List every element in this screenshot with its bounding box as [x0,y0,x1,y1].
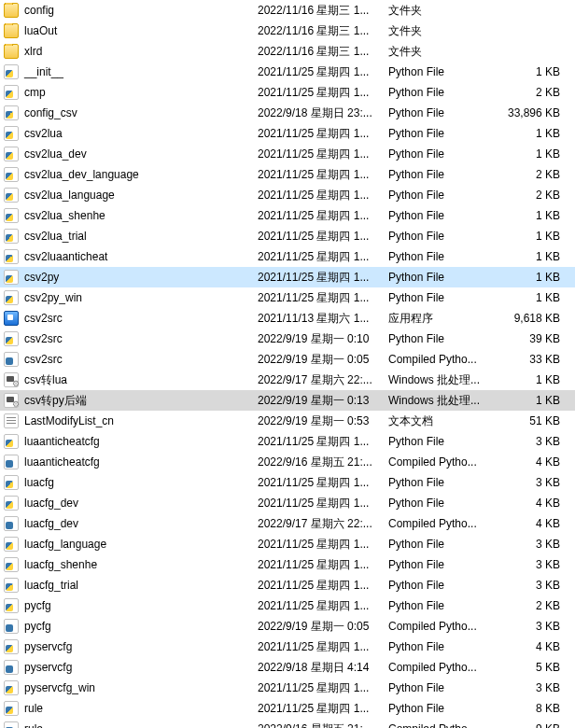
file-row[interactable]: luaOut2022/11/16 星期三 1...文件夹 [0,21,575,41]
file-row[interactable]: rule2022/9/16 星期五 21:...Compiled Pytho..… [0,719,575,728]
file-row[interactable]: csv2src2022/9/19 星期一 0:10Python File39 K… [0,329,575,349]
file-name-label: luacfg_dev [24,517,78,530]
file-name-cell[interactable]: csv2lua [4,126,258,141]
py-icon [4,680,19,695]
file-row[interactable]: csv2src2021/11/13 星期六 1...应用程序9,618 KB [0,308,575,329]
file-row[interactable]: csv2src2022/9/19 星期一 0:05Compiled Pytho.… [0,349,575,370]
file-row[interactable]: cmp2021/11/25 星期四 1...Python File2 KB [0,82,575,103]
file-name-cell[interactable]: pycfg [4,619,258,634]
file-name-cell[interactable]: csv2lua_trial [4,229,258,244]
file-row[interactable]: pycfg2021/11/25 星期四 1...Python File2 KB [0,595,575,616]
file-date-cell: 2022/11/16 星期三 1... [258,3,388,19]
file-type-cell: Python File [388,640,500,653]
file-name-cell[interactable]: csv2src [4,352,258,367]
file-name-cell[interactable]: csv转py后端 [4,393,258,409]
file-name-label: pycfg [24,599,51,612]
file-row[interactable]: csv2lua_shenhe2021/11/25 星期四 1...Python … [0,205,575,226]
file-name-cell[interactable]: csv2luaanticheat [4,249,258,264]
file-type-cell: Python File [388,65,500,78]
file-name-cell[interactable]: config_csv [4,105,258,120]
file-name-cell[interactable]: luacfg_trial [4,578,258,593]
file-date-cell: 2022/9/18 星期日 4:14 [258,660,388,676]
file-size-cell: 9 KB [500,722,566,728]
file-row[interactable]: luaanticheatcfg2021/11/25 星期四 1...Python… [0,431,575,452]
file-name-cell[interactable]: luaanticheatcfg [4,434,258,449]
file-name-cell[interactable]: pycfg [4,598,258,613]
file-row[interactable]: pyservcfg2022/9/18 星期日 4:14Compiled Pyth… [0,657,575,678]
file-name-cell[interactable]: luacfg_language [4,537,258,552]
file-row[interactable]: csv2py2021/11/25 星期四 1...Python File1 KB [0,267,575,287]
file-row[interactable]: config2022/11/16 星期三 1...文件夹 [0,0,575,21]
file-name-cell[interactable]: luacfg [4,475,258,490]
file-name-cell[interactable]: luaOut [4,23,258,38]
file-row[interactable]: csv2lua_language2021/11/25 星期四 1...Pytho… [0,185,575,205]
file-name-cell[interactable]: pyservcfg_win [4,680,258,695]
file-name-cell[interactable]: rule [4,721,258,728]
file-row[interactable]: csv2lua_trial2021/11/25 星期四 1...Python F… [0,226,575,246]
file-row[interactable]: pyservcfg_win2021/11/25 星期四 1...Python F… [0,678,575,698]
file-row[interactable]: luacfg_shenhe2021/11/25 星期四 1...Python F… [0,554,575,575]
file-row[interactable]: pycfg2022/9/19 星期一 0:05Compiled Pytho...… [0,616,575,637]
file-size-cell: 5 KB [500,661,566,674]
file-row[interactable]: csv2luaanticheat2021/11/25 星期四 1...Pytho… [0,246,575,267]
file-name-cell[interactable]: luacfg_shenhe [4,557,258,572]
file-row[interactable]: xlrd2022/11/16 星期三 1...文件夹 [0,41,575,62]
file-name-cell[interactable]: config [4,3,258,18]
file-type-cell: Python File [388,599,500,612]
file-row[interactable]: csv2lua_dev2021/11/25 星期四 1...Python Fil… [0,144,575,164]
file-date-cell: 2022/9/19 星期一 0:10 [258,331,388,347]
py-icon [4,270,19,285]
file-row[interactable]: luacfg_trial2021/11/25 星期四 1...Python Fi… [0,575,575,595]
file-row[interactable]: __init__2021/11/25 星期四 1...Python File1 … [0,62,575,82]
file-row[interactable]: luacfg_dev2021/11/25 星期四 1...Python File… [0,493,575,513]
file-size-cell: 2 KB [500,599,566,612]
file-date-cell: 2021/11/25 星期四 1... [258,701,388,717]
bat-icon [4,393,19,408]
py-icon [4,598,19,613]
file-name-cell[interactable]: luaanticheatcfg [4,455,258,469]
file-row[interactable]: config_csv2022/9/18 星期日 23:...Python Fil… [0,103,575,123]
file-row[interactable]: luacfg_dev2022/9/17 星期六 22:...Compiled P… [0,513,575,534]
file-type-cell: Python File [388,86,500,99]
file-size-cell: 1 KB [500,373,566,386]
file-name-cell[interactable]: luacfg_dev [4,516,258,531]
file-name-cell[interactable]: csv2src [4,311,258,326]
file-row[interactable]: csv2py_win2021/11/25 星期四 1...Python File… [0,287,575,308]
file-name-cell[interactable]: csv2lua_dev_language [4,167,258,182]
file-type-cell: Compiled Pytho... [388,722,500,728]
file-date-cell: 2021/11/25 星期四 1... [258,578,388,594]
py-icon [4,578,19,593]
file-name-cell[interactable]: csv2src [4,331,258,346]
file-name-cell[interactable]: csv2py [4,270,258,285]
file-name-cell[interactable]: csv2lua_dev [4,147,258,161]
file-name-cell[interactable]: csv2py_win [4,290,258,305]
file-list: config2022/11/16 星期三 1...文件夹luaOut2022/1… [0,0,575,728]
file-row[interactable]: rule2021/11/25 星期四 1...Python File8 KB [0,698,575,719]
file-name-cell[interactable]: luacfg_dev [4,496,258,511]
py-icon [4,229,19,244]
file-name-cell[interactable]: csv2lua_shenhe [4,208,258,223]
file-date-cell: 2021/11/25 星期四 1... [258,537,388,553]
file-row[interactable]: csv转lua2022/9/17 星期六 22:...Windows 批处理..… [0,370,575,390]
file-name-cell[interactable]: LastModifyList_cn [4,413,258,428]
file-name-cell[interactable]: pyservcfg [4,660,258,675]
file-name-cell[interactable]: cmp [4,85,258,100]
file-row[interactable]: luaanticheatcfg2022/9/16 星期五 21:...Compi… [0,452,575,472]
file-name-cell[interactable]: __init__ [4,64,258,79]
file-row[interactable]: csv2lua_dev_language2021/11/25 星期四 1...P… [0,164,575,185]
file-row[interactable]: csv2lua2021/11/25 星期四 1...Python File1 K… [0,123,575,144]
file-row[interactable]: luacfg_language2021/11/25 星期四 1...Python… [0,534,575,554]
file-name-cell[interactable]: csv转lua [4,372,258,388]
file-row[interactable]: pyservcfg2021/11/25 星期四 1...Python File4… [0,637,575,657]
file-row[interactable]: LastModifyList_cn2022/9/19 星期一 0:53文本文档5… [0,411,575,431]
file-name-cell[interactable]: rule [4,701,258,716]
file-row[interactable]: luacfg2021/11/25 星期四 1...Python File3 KB [0,472,575,493]
file-type-cell: Python File [388,209,500,222]
file-name-cell[interactable]: csv2lua_language [4,188,258,203]
py-icon [4,557,19,572]
file-name-cell[interactable]: xlrd [4,44,258,59]
file-name-label: config [24,4,54,17]
file-type-cell: Python File [388,127,500,140]
file-row[interactable]: csv转py后端2022/9/19 星期一 0:13Windows 批处理...… [0,390,575,411]
file-name-cell[interactable]: pyservcfg [4,639,258,654]
